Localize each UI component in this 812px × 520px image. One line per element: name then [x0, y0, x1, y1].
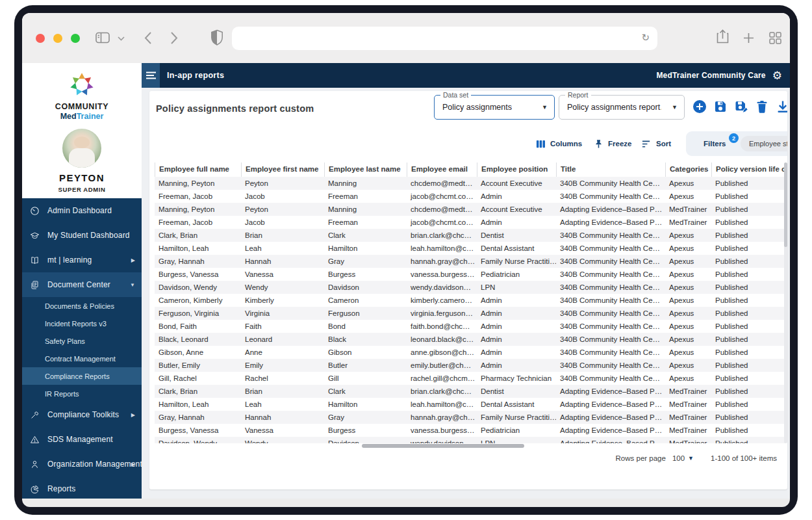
columns-button[interactable]: Columns — [536, 131, 582, 156]
column-header[interactable]: Employee position — [477, 162, 556, 177]
settings-gear-icon[interactable]: ⚙ — [772, 70, 782, 81]
privacy-shield-icon[interactable] — [210, 29, 223, 46]
column-header[interactable]: Employee last name — [324, 162, 407, 177]
sidebar-item-compliance-reports[interactable]: Compliance Reports — [22, 367, 142, 385]
table-cell: Wendy — [241, 281, 324, 294]
table-cell: Clark — [324, 229, 407, 242]
minimize-window-button[interactable] — [53, 34, 62, 43]
table-cell: leonard.black@c… — [407, 333, 477, 346]
column-header[interactable]: Employee email — [407, 162, 477, 177]
sidebar-item-ir-reports[interactable]: IR Reports — [22, 385, 142, 402]
table-cell: Dental Assistant — [477, 242, 556, 255]
horizontal-scrollbar[interactable] — [362, 444, 524, 448]
table-row: Gray, HannahHannahGrayhannah.gray@ch…Fam… — [155, 255, 785, 268]
tools-icon — [30, 410, 40, 420]
table-cell: Published — [711, 268, 785, 281]
tab-overview-icon[interactable] — [769, 32, 781, 44]
table-cell: Bond — [324, 320, 407, 333]
sidebar-item-sds-management[interactable]: SDS Management — [22, 427, 142, 452]
column-header[interactable]: Title — [556, 162, 665, 177]
dropdown-caret-icon: ▼ — [672, 104, 678, 110]
table-cell: rachel.gill@chcm… — [407, 372, 477, 385]
table-cell: Burgess — [324, 268, 407, 281]
table-cell: Apexus — [665, 177, 711, 190]
chevron-down-icon[interactable] — [118, 36, 125, 41]
save-report-button[interactable] — [713, 99, 728, 114]
table-cell: Brian — [241, 229, 324, 242]
table-cell: 340B Community Health Ce… — [556, 359, 665, 372]
table-cell: MedTrainer — [665, 398, 711, 411]
sidebar-item-admin-dashboard[interactable]: Admin Dashboard — [22, 198, 142, 223]
column-header[interactable]: Categories — [665, 162, 711, 177]
table-cell: 340B Community Health Ce… — [556, 190, 665, 203]
table-cell: Rachel — [241, 372, 324, 385]
table-row: Gibson, AnneAnneGibsonanne.gibson@ch…Adm… — [155, 346, 785, 359]
filters-button[interactable]: Filters — [699, 131, 726, 156]
save-as-report-button[interactable] — [734, 99, 748, 114]
vertical-scrollbar[interactable] — [784, 162, 787, 443]
table-row: Butler, EmilyEmilyButleremily.butler@ch…… — [155, 359, 785, 372]
download-report-button[interactable] — [776, 99, 787, 114]
sidebar-item-contract-management[interactable]: Contract Management — [22, 350, 142, 367]
table-cell: LPN — [477, 437, 556, 443]
top-bar-right: MedTrainer Community Care ⚙ — [656, 70, 790, 81]
sidebar-item-compliance-toolkits[interactable]: Compliance Toolkits▶ — [22, 402, 142, 427]
table-cell: Freeman — [324, 190, 407, 203]
back-icon[interactable] — [144, 31, 152, 45]
dataset-select[interactable]: Data set Policy assignments ▼ — [434, 95, 555, 120]
table-cell: MedTrainer — [665, 424, 711, 437]
table-cell: hannah.gray@ch… — [407, 411, 477, 424]
sidebar-item-mt-learning[interactable]: mt | learning▶ — [22, 248, 142, 272]
table-cell: Jacob — [241, 216, 324, 229]
column-header[interactable]: Policy version life cycle — [711, 162, 787, 177]
share-icon[interactable] — [716, 29, 730, 46]
sidebar-item-document-center[interactable]: Document Center▼ — [22, 272, 142, 297]
vertical-scrollbar-thumb[interactable] — [784, 162, 787, 247]
sidebar-item-organization-management[interactable]: Organization Management▶ — [22, 452, 142, 476]
table-cell: faith.bond@chc… — [407, 320, 477, 333]
sidebar-item-incident-reports-v3[interactable]: Incident Reports v3 — [22, 315, 142, 332]
table-cell: Adapting Evidence–Based P… — [556, 437, 665, 443]
table-cell: Manning — [324, 203, 407, 216]
table-cell: Jacob — [241, 190, 324, 203]
close-window-button[interactable] — [36, 34, 45, 43]
add-report-button[interactable] — [692, 99, 707, 114]
table-cell: Apexus — [665, 190, 711, 203]
table-cell: Black, Leonard — [155, 333, 241, 346]
table-cell: Davidson — [324, 437, 407, 443]
sidebar-item-my-student-dashboard[interactable]: My Student Dashboard — [22, 223, 142, 248]
report-select[interactable]: Report Policy assignments report… ▼ — [559, 95, 685, 120]
table-row: Hamilton, LeahLeahHamiltonleah.hamilton@… — [155, 242, 785, 255]
zoom-window-button[interactable] — [71, 34, 80, 43]
menu-toggle-button[interactable] — [142, 63, 160, 88]
sidebar-item-documents-policies[interactable]: Documents & Policies — [22, 297, 142, 315]
user-avatar[interactable] — [62, 129, 101, 168]
reload-icon[interactable]: ↻ — [641, 32, 650, 44]
table-cell: Published — [711, 346, 785, 359]
forward-icon[interactable] — [170, 31, 178, 45]
rows-per-page-select[interactable]: 100 ▼ — [672, 454, 694, 462]
user-role-badge: SUPER ADMIN — [22, 186, 142, 193]
sidebar-item-label: Compliance Toolkits — [47, 410, 119, 419]
column-header[interactable]: Employee first name — [241, 162, 324, 177]
new-tab-icon[interactable] — [743, 32, 754, 44]
table-cell: Brian — [241, 385, 324, 398]
table-cell: Butler — [324, 359, 407, 372]
filter-chip-employee-status[interactable]: Employee status — [741, 136, 787, 151]
delete-report-button[interactable] — [755, 99, 769, 114]
address-bar[interactable]: ↻ — [232, 27, 657, 50]
table-cell: Admin — [477, 320, 556, 333]
sidebar-toggle-icon[interactable] — [95, 31, 111, 45]
freeze-button[interactable]: Freeze — [594, 131, 631, 156]
report-actions — [692, 99, 787, 114]
sort-button[interactable]: Sort — [642, 131, 671, 156]
table-cell: 340B Community Health Ce… — [556, 320, 665, 333]
table-cell: Leonard — [241, 333, 324, 346]
table-cell: Published — [711, 203, 785, 216]
column-header[interactable]: Employee full name — [155, 162, 241, 177]
table-cell: Dental Assistant — [477, 398, 556, 411]
sidebar-item-reports[interactable]: Reports — [22, 476, 142, 499]
table-cell: LPN — [477, 281, 556, 294]
sidebar-item-safety-plans[interactable]: Safety Plans — [22, 332, 142, 350]
filters-panel: Filters 2 Employee status — [686, 131, 787, 156]
